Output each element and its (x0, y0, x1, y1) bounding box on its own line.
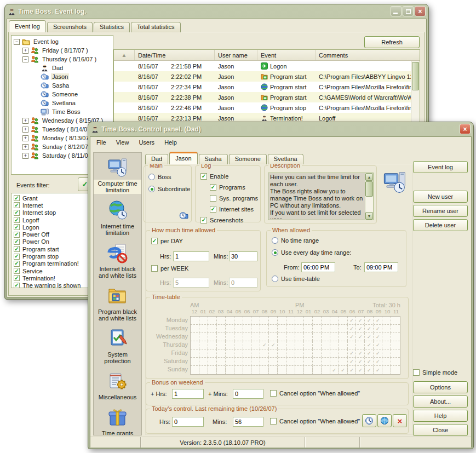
timetable-cell[interactable] (226, 358, 234, 365)
today-cancel-checkbox-row[interactable]: Cancel option "When allowed" (270, 418, 360, 425)
checkbox-icon[interactable]: ✓ (14, 202, 20, 208)
timetable-cell[interactable] (226, 325, 234, 332)
timetable-cell[interactable] (304, 349, 313, 357)
filter-item-program-stop[interactable]: ✓Program stop (14, 253, 93, 260)
about-button[interactable]: About... (413, 395, 468, 408)
timetable-cell[interactable] (356, 341, 365, 349)
timetable-cell[interactable]: ✓ (365, 366, 374, 374)
timetable-cell[interactable] (199, 333, 208, 341)
bonus-hours-input[interactable] (172, 389, 204, 399)
sort-column-header[interactable]: ▲ (114, 50, 135, 60)
timetable-cell[interactable] (234, 349, 243, 357)
timetable-cell[interactable] (269, 317, 278, 324)
timetable-cell[interactable] (339, 349, 348, 357)
timetable-cell[interactable]: ✓ (365, 325, 374, 332)
timetable-cell[interactable] (243, 341, 252, 349)
checkbox-icon[interactable] (270, 418, 277, 425)
timetable-cell[interactable] (251, 333, 260, 341)
timetable-cell[interactable] (199, 341, 208, 349)
timetable-cell[interactable] (251, 341, 260, 349)
sys-programs-checkbox-row[interactable]: Sys. programs (210, 195, 258, 202)
timetable-cell[interactable] (322, 349, 330, 357)
timetable-cell[interactable] (330, 325, 339, 332)
timetable-cell[interactable] (217, 358, 226, 365)
checkbox-icon[interactable]: ✓ (200, 173, 207, 180)
filter-item-logon[interactable]: ✓Logon (14, 223, 93, 231)
timetable-cell[interactable] (251, 358, 260, 365)
checkbox-icon[interactable]: ✓ (14, 224, 20, 230)
event-table-row[interactable]: 8/16/072:22:02 PM Jason Program start C:… (114, 71, 420, 82)
timetable-cell[interactable] (226, 333, 234, 341)
week-mins-input[interactable] (229, 278, 257, 288)
timetable-cell[interactable] (191, 317, 199, 324)
week-hours-input[interactable] (173, 278, 209, 288)
user-tab-svetlana[interactable]: Svetlana (268, 154, 303, 164)
timetable-cell[interactable] (304, 366, 313, 374)
timetable-cell[interactable] (295, 325, 304, 332)
timetable-cell[interactable] (304, 325, 313, 332)
event-table-row[interactable]: 8/16/072:22:38 PM Jason Program start C:… (114, 92, 420, 102)
timetable-cell[interactable] (313, 325, 322, 332)
radio-icon[interactable] (148, 174, 155, 180)
timetable-cell[interactable] (251, 366, 260, 374)
checkbox-icon[interactable]: ✓ (14, 268, 20, 274)
timetable-cell[interactable]: ✓ (260, 341, 269, 349)
expand-icon[interactable]: + (22, 127, 28, 133)
timetable-cell[interactable] (251, 317, 260, 324)
timetable-cell[interactable] (234, 366, 243, 374)
user-tab-jason[interactable]: Jason (169, 152, 197, 164)
timetable-cell[interactable] (391, 333, 400, 341)
every-day-range-radio-row[interactable]: Use every day time range: (272, 249, 351, 256)
tab-total-statistics[interactable]: Total statistics (131, 22, 180, 32)
internet-time-button[interactable] (377, 414, 392, 427)
timetable-cell[interactable] (391, 317, 400, 324)
simple-mode-checkbox-row[interactable]: Simple mode (413, 369, 457, 376)
timetable-cell[interactable] (243, 366, 252, 374)
timetable-cell[interactable] (191, 333, 199, 341)
boss-radio-row[interactable]: Boss (148, 174, 171, 180)
timetable-cell[interactable] (295, 366, 304, 374)
sidebar-item-system-protection[interactable]: System protection (94, 328, 141, 365)
timetable-cell[interactable] (191, 349, 199, 357)
sidebar-item-time-grants[interactable]: Time grants (94, 406, 141, 435)
timetable-cell[interactable] (286, 333, 295, 341)
close-button[interactable]: Close (413, 424, 468, 436)
timetable-cell[interactable] (304, 333, 313, 341)
checkbox-icon[interactable] (270, 390, 277, 397)
menu-file[interactable]: File (91, 137, 111, 148)
timetable-cell[interactable] (234, 358, 243, 365)
timetable-cell[interactable] (382, 366, 391, 374)
timetable-cell[interactable]: ✓ (356, 358, 365, 365)
filter-item-grant[interactable]: ✓Grant (14, 194, 93, 202)
expand-icon[interactable]: + (22, 118, 28, 124)
timetable-cell[interactable] (348, 341, 357, 349)
sidebar-item-internet-black-and-white-lists[interactable]: Internet black and white lists (94, 242, 141, 279)
timetable-cell[interactable] (234, 333, 243, 341)
minimize-button[interactable] (391, 6, 402, 16)
timetable-cell[interactable] (391, 358, 400, 365)
timetable-cell[interactable] (208, 325, 217, 332)
timetable-cell[interactable] (330, 349, 339, 357)
timetable-cell[interactable] (217, 333, 226, 341)
timetable-cell[interactable]: ✓ (374, 317, 382, 324)
tree-node-someone[interactable]: Someone (12, 90, 113, 99)
checkbox-icon[interactable]: ✓ (14, 210, 20, 216)
timetable-cell[interactable] (234, 341, 243, 349)
checkbox-icon[interactable]: ✓ (14, 246, 20, 252)
timetable-cell[interactable] (269, 325, 278, 332)
checkbox-icon[interactable]: ✓ (14, 195, 20, 201)
timetable-cell[interactable] (260, 358, 269, 365)
timetable-cell[interactable] (382, 325, 391, 332)
timetable-cell[interactable] (304, 317, 313, 324)
timetable-cell[interactable] (208, 366, 217, 374)
timetable-cell[interactable] (286, 358, 295, 365)
timetable-cell[interactable] (191, 366, 199, 374)
timetable-cell[interactable] (269, 349, 278, 357)
radio-icon[interactable] (272, 249, 278, 256)
checkbox-icon[interactable]: ✓ (14, 261, 20, 267)
sidebar-item-program-black-and-white-lists[interactable]: Program black and white lists (94, 285, 141, 322)
timetable-cell[interactable] (243, 349, 252, 357)
timetable-cell[interactable] (391, 366, 400, 374)
today-mins-input[interactable] (233, 417, 263, 427)
scroll-thumb[interactable] (412, 62, 419, 90)
